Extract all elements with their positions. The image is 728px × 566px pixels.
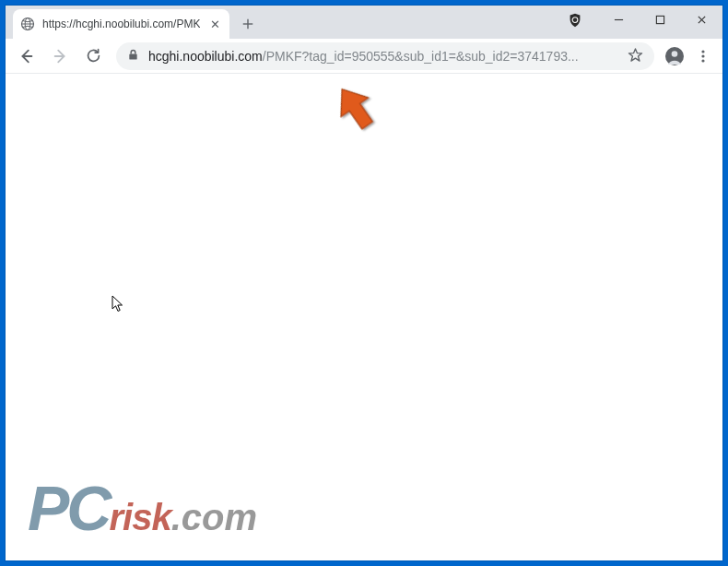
watermark-risk: risk	[109, 497, 170, 538]
browser-window: https://hcghi.noobilubi.com/PMK ✕	[6, 6, 722, 560]
back-button[interactable]	[11, 42, 42, 70]
titlebar: https://hcghi.noobilubi.com/PMK ✕	[6, 6, 722, 39]
svg-point-17	[701, 59, 704, 62]
svg-point-16	[701, 54, 704, 57]
svg-point-15	[701, 50, 704, 53]
url-text: hcghi.noobilubi.com/PMKF?tag_id=950555&s…	[148, 49, 618, 64]
url-path: /PMKF?tag_id=950555&sub_id1=&sub_id2=374…	[263, 49, 579, 64]
close-button[interactable]	[681, 6, 722, 33]
maximize-button[interactable]	[640, 6, 681, 33]
address-bar[interactable]: hcghi.noobilubi.com/PMKF?tag_id=950555&s…	[116, 42, 654, 70]
watermark-pc: PC	[28, 472, 109, 544]
watermark-dotcom: .com	[171, 497, 257, 538]
cursor-icon	[112, 295, 124, 313]
menu-button[interactable]	[689, 42, 717, 70]
svg-point-14	[672, 51, 678, 57]
svg-rect-12	[129, 53, 136, 59]
shield-icon[interactable]	[566, 11, 584, 29]
svg-rect-7	[656, 16, 663, 23]
watermark-logo: PC risk .com	[28, 472, 257, 544]
tab-title: https://hcghi.noobilubi.com/PMK	[42, 18, 200, 30]
minimize-button[interactable]	[598, 6, 640, 33]
page-content: PC risk .com	[6, 74, 722, 560]
lock-icon	[127, 49, 139, 64]
globe-icon	[20, 17, 35, 31]
url-domain: hcghi.noobilubi.com	[148, 49, 263, 64]
window-controls	[598, 6, 722, 33]
toolbar: hcghi.noobilubi.com/PMKF?tag_id=950555&s…	[6, 39, 722, 74]
profile-avatar-icon[interactable]	[662, 43, 687, 69]
tab-close-button[interactable]: ✕	[207, 17, 222, 31]
bookmark-star-icon[interactable]	[628, 47, 643, 65]
browser-tab[interactable]: https://hcghi.noobilubi.com/PMK ✕	[13, 9, 229, 39]
reload-button[interactable]	[77, 42, 109, 70]
forward-button[interactable]	[44, 42, 76, 70]
new-tab-button[interactable]	[235, 11, 261, 37]
